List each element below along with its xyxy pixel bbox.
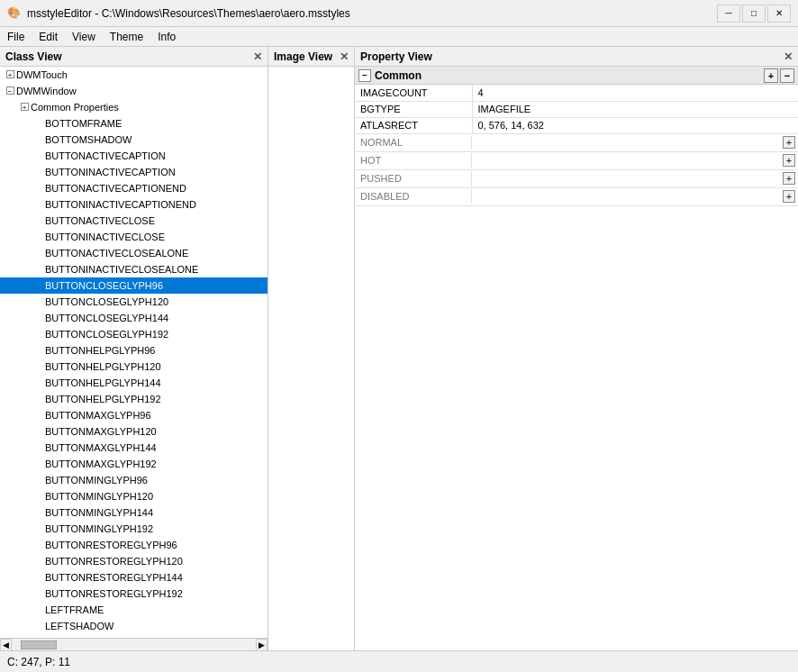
class-tree[interactable]: +DWMTouch−DWMWindow+Common PropertiesBOT… bbox=[0, 67, 268, 638]
tree-expander-dwmwindow[interactable]: − bbox=[4, 83, 16, 99]
maximize-button[interactable]: □ bbox=[742, 5, 766, 23]
tree-item-dwmtouch[interactable]: +DWMTouch bbox=[0, 67, 268, 83]
menu-view[interactable]: View bbox=[65, 29, 103, 45]
tree-item-btnhelpglyph120[interactable]: BUTTONHELPGLYPH120 bbox=[0, 359, 268, 375]
tree-item-btnminglyph192[interactable]: BUTTONMINGLYPH192 bbox=[0, 521, 268, 537]
class-view-close[interactable]: ✕ bbox=[253, 50, 262, 63]
tree-item-commonprops[interactable]: +Common Properties bbox=[0, 99, 268, 115]
tree-item-buttoninactiveclosealone[interactable]: BUTTONINACTIVECLOSEALONE bbox=[0, 261, 268, 277]
property-view-header: Property View ✕ bbox=[355, 47, 798, 67]
prop-value-1[interactable]: IMAGEFILE bbox=[472, 101, 798, 117]
tree-item-btnrestoreglyph96[interactable]: BUTTONRESTOREGLYPH96 bbox=[0, 537, 268, 553]
state-row-pushed: PUSHED+ bbox=[355, 170, 798, 188]
tree-label-buttonactiveclosealone: BUTTONACTIVECLOSEALONE bbox=[45, 245, 188, 261]
tree-item-btnminglyph144[interactable]: BUTTONMINGLYPH144 bbox=[0, 504, 268, 521]
scrollbar-thumb[interactable] bbox=[21, 640, 57, 649]
property-view-close[interactable]: ✕ bbox=[784, 50, 793, 63]
tree-item-leftshadow[interactable]: LEFTSHADOW bbox=[0, 618, 268, 634]
tree-item-btnmaxglyph192[interactable]: BUTTONMAXGLYPH192 bbox=[0, 456, 268, 472]
tree-item-buttonactivecaptionend[interactable]: BUTTONACTIVECAPTIONEND bbox=[0, 180, 268, 196]
tree-item-btnhelpglyph192[interactable]: BUTTONHELPGLYPH192 bbox=[0, 391, 268, 407]
menu-edit[interactable]: Edit bbox=[32, 29, 65, 45]
close-button[interactable]: ✕ bbox=[767, 5, 791, 23]
tree-label-bottomframe: BOTTOMFRAME bbox=[45, 115, 122, 132]
prop-row-0[interactable]: IMAGECOUNT4 bbox=[355, 85, 798, 101]
state-name-3: DISABLED bbox=[355, 189, 472, 204]
image-view-close[interactable]: ✕ bbox=[340, 50, 349, 63]
tree-item-btnhelpglyph144[interactable]: BUTTONHELPGLYPH144 bbox=[0, 375, 268, 391]
prop-row-2[interactable]: ATLASRECT0, 576, 14, 632 bbox=[355, 117, 798, 133]
tree-label-btnminglyph144: BUTTONMINGLYPH144 bbox=[45, 504, 153, 521]
tree-item-leftframe[interactable]: LEFTFRAME bbox=[0, 602, 268, 618]
state-value-2 bbox=[472, 177, 780, 180]
state-add-btn-2[interactable]: + bbox=[780, 172, 798, 185]
tree-label-btnminglyph96: BUTTONMINGLYPH96 bbox=[45, 472, 148, 488]
scroll-right-btn[interactable]: ▶ bbox=[256, 639, 268, 651]
tree-item-btnrestoreglyph144[interactable]: BUTTONRESTOREGLYPH144 bbox=[0, 569, 268, 586]
prop-value-0[interactable]: 4 bbox=[472, 85, 798, 101]
menu-theme[interactable]: Theme bbox=[103, 29, 150, 45]
tree-item-buttoninactiveclose[interactable]: BUTTONINACTIVECLOSE bbox=[0, 229, 268, 245]
properties-table: IMAGECOUNT4BGTYPEIMAGEFILEATLASRECT0, 57… bbox=[355, 85, 798, 134]
tree-expander-commonprops[interactable]: + bbox=[18, 99, 31, 115]
tree-label-commonprops: Common Properties bbox=[31, 99, 119, 115]
scroll-left-btn[interactable]: ◀ bbox=[0, 639, 12, 651]
tree-label-btnhelpglyph120: BUTTONHELPGLYPH120 bbox=[45, 359, 161, 375]
state-value-3 bbox=[472, 195, 780, 198]
tree-label-btncloseglyph120: BUTTONCLOSEGLYPH120 bbox=[45, 294, 168, 310]
tree-item-btnmaxglyph144[interactable]: BUTTONMAXGLYPH144 bbox=[0, 440, 268, 456]
tree-item-btnrestoreglyph192[interactable]: BUTTONRESTOREGLYPH192 bbox=[0, 586, 268, 602]
tree-label-btnmaxglyph144: BUTTONMAXGLYPH144 bbox=[45, 440, 157, 456]
tree-item-dwmwindow[interactable]: −DWMWindow bbox=[0, 83, 268, 99]
class-view-pane: Class View ✕ +DWMTouch−DWMWindow+Common … bbox=[0, 47, 268, 650]
tree-label-btnhelpglyph96: BUTTONHELPGLYPH96 bbox=[45, 342, 155, 359]
tree-item-btnminglyph120[interactable]: BUTTONMINGLYPH120 bbox=[0, 488, 268, 504]
tree-item-btnhelpglyph96[interactable]: BUTTONHELPGLYPH96 bbox=[0, 342, 268, 359]
state-add-btn-1[interactable]: + bbox=[780, 154, 798, 167]
tree-label-leftshadow: LEFTSHADOW bbox=[45, 618, 113, 634]
state-add-btn-3[interactable]: + bbox=[780, 190, 798, 203]
state-value-1 bbox=[472, 159, 780, 162]
class-view-scrollbar-h[interactable]: ◀ ▶ bbox=[0, 638, 268, 650]
tree-item-buttoninactivecaptionend[interactable]: BUTTONINACTIVECAPTIONEND bbox=[0, 196, 268, 213]
state-add-btn-0[interactable]: + bbox=[780, 136, 798, 149]
prop-row-1[interactable]: BGTYPEIMAGEFILE bbox=[355, 101, 798, 117]
tree-item-btnmaxglyph120[interactable]: BUTTONMAXGLYPH120 bbox=[0, 423, 268, 440]
tree-item-btnminglyph96[interactable]: BUTTONMINGLYPH96 bbox=[0, 472, 268, 488]
tree-item-btncloseglyph120[interactable]: BUTTONCLOSEGLYPH120 bbox=[0, 294, 268, 310]
tree-label-buttoninactiveclosealone: BUTTONINACTIVECLOSEALONE bbox=[45, 261, 198, 277]
scrollbar-track[interactable] bbox=[12, 640, 256, 649]
menu-file[interactable]: File bbox=[0, 29, 32, 45]
minimize-button[interactable]: ─ bbox=[717, 5, 740, 23]
property-view-label: Property View bbox=[360, 50, 432, 63]
tree-item-buttoninactivecaption[interactable]: BUTTONINACTIVECAPTION bbox=[0, 164, 268, 180]
class-view-header: Class View ✕ bbox=[0, 47, 268, 67]
section-toggle[interactable]: − bbox=[358, 69, 371, 82]
tree-item-btnmaxglyph96[interactable]: BUTTONMAXGLYPH96 bbox=[0, 407, 268, 423]
main-content: Class View ✕ +DWMTouch−DWMWindow+Common … bbox=[0, 47, 798, 650]
tree-item-btnrestoreglyph120[interactable]: BUTTONRESTOREGLYPH120 bbox=[0, 553, 268, 569]
prop-value-2[interactable]: 0, 576, 14, 632 bbox=[472, 117, 798, 133]
tree-item-btncloseglyph144[interactable]: BUTTONCLOSEGLYPH144 bbox=[0, 310, 268, 326]
tree-expander-dwmtouch[interactable]: + bbox=[4, 67, 16, 83]
tree-item-buttonactiveclosealone[interactable]: BUTTONACTIVECLOSEALONE bbox=[0, 245, 268, 261]
add-property-btn[interactable]: + bbox=[764, 68, 778, 83]
menu-bar: File Edit View Theme Info bbox=[0, 27, 798, 47]
tree-item-btncloseglyph96[interactable]: BUTTONCLOSEGLYPH96 bbox=[0, 277, 268, 294]
tree-item-buttonactiveclose[interactable]: BUTTONACTIVECLOSE bbox=[0, 213, 268, 229]
class-view-label: Class View bbox=[5, 50, 61, 63]
image-view-header: Image View ✕ bbox=[268, 47, 354, 67]
tree-item-bottomshadow[interactable]: BOTTOMSHADOW bbox=[0, 132, 268, 148]
tree-label-bottomshadow: BOTTOMSHADOW bbox=[45, 132, 131, 148]
remove-property-btn[interactable]: − bbox=[780, 68, 794, 83]
tree-item-buttonactivecaption[interactable]: BUTTONACTIVECAPTION bbox=[0, 148, 268, 164]
tree-label-buttonactivecaptionend: BUTTONACTIVECAPTIONEND bbox=[45, 180, 186, 196]
tree-item-btncloseglyph192[interactable]: BUTTONCLOSEGLYPH192 bbox=[0, 326, 268, 342]
tree-item-bottomframe[interactable]: BOTTOMFRAME bbox=[0, 115, 268, 132]
tree-label-buttoninactivecaptionend: BUTTONINACTIVECAPTIONEND bbox=[45, 196, 196, 213]
tree-label-btnrestoreglyph120: BUTTONRESTOREGLYPH120 bbox=[45, 553, 183, 569]
tree-label-buttonactiveclose: BUTTONACTIVECLOSE bbox=[45, 213, 155, 229]
menu-info[interactable]: Info bbox=[150, 29, 183, 45]
tree-label-buttonactivecaption: BUTTONACTIVECAPTION bbox=[45, 148, 166, 164]
image-view-label: Image View bbox=[274, 50, 332, 63]
